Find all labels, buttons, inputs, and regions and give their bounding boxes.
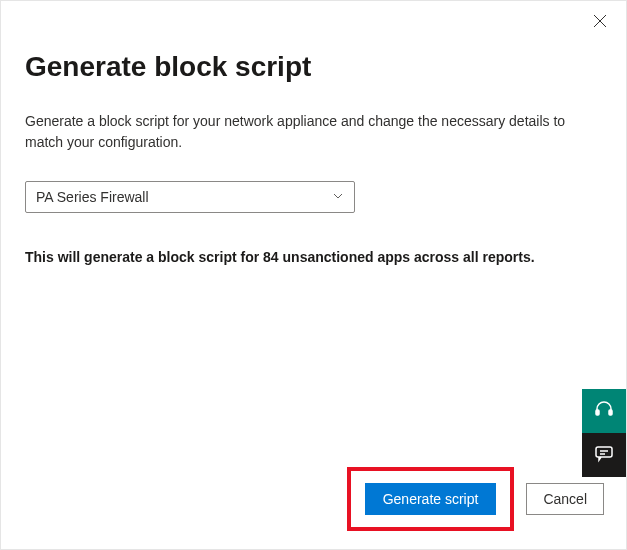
primary-action-highlight: Generate script bbox=[347, 467, 515, 531]
close-button[interactable] bbox=[590, 13, 610, 33]
headset-icon bbox=[594, 399, 614, 424]
generate-script-button[interactable]: Generate script bbox=[365, 483, 497, 515]
feedback-icon bbox=[594, 443, 614, 468]
appliance-select[interactable]: PA Series Firewall bbox=[25, 181, 355, 213]
side-widgets bbox=[582, 389, 626, 477]
dialog-description: Generate a block script for your network… bbox=[25, 111, 602, 153]
dialog-footer: Generate script Cancel bbox=[347, 467, 604, 531]
summary-text: This will generate a block script for 84… bbox=[25, 249, 602, 265]
svg-rect-2 bbox=[596, 410, 599, 415]
chevron-down-icon bbox=[332, 190, 344, 205]
cancel-button[interactable]: Cancel bbox=[526, 483, 604, 515]
appliance-select-value: PA Series Firewall bbox=[36, 189, 149, 205]
dialog-title: Generate block script bbox=[25, 51, 602, 83]
svg-rect-4 bbox=[596, 447, 612, 457]
svg-rect-3 bbox=[609, 410, 612, 415]
close-icon bbox=[593, 14, 607, 32]
dialog-content: Generate block script Generate a block s… bbox=[1, 1, 626, 289]
support-widget[interactable] bbox=[582, 389, 626, 433]
